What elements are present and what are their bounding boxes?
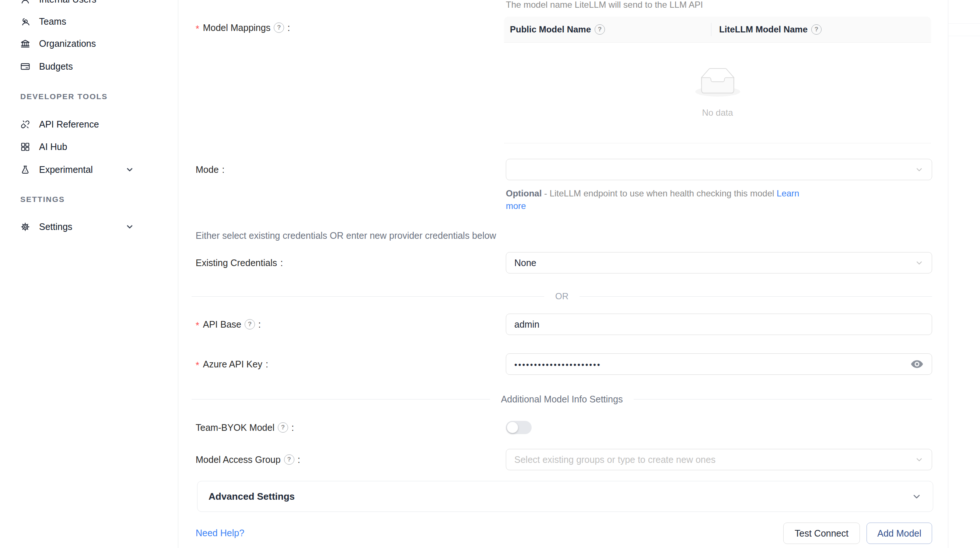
sidebar-item-organizations[interactable]: Organizations <box>0 33 169 54</box>
faint-row-line <box>948 23 980 24</box>
sidebar-item-label: Budgets <box>39 61 73 72</box>
sidebar-item-settings[interactable]: Settings <box>0 216 169 237</box>
chevron-down-icon <box>912 491 922 502</box>
test-connect-button[interactable]: Test Connect <box>783 523 860 544</box>
eye-icon[interactable] <box>910 358 924 370</box>
required-asterisk: * <box>196 24 199 34</box>
user-icon <box>20 0 30 5</box>
help-question-icon[interactable]: ? <box>278 422 288 433</box>
learn-more-link[interactable]: more <box>506 201 526 211</box>
table-header: Public Model Name ? LiteLLM Model Name ? <box>504 17 931 43</box>
team-byok-label: Team-BYOK Model ? : <box>196 417 294 438</box>
chevron-down-icon <box>915 165 924 174</box>
empty-state: No data <box>695 68 740 118</box>
api-base-input[interactable]: admin <box>506 314 932 335</box>
advanced-settings-title: Advanced Settings <box>208 491 295 502</box>
sidebar-section-developer-tools: DEVELOPER TOOLS <box>20 92 108 101</box>
empty-box-icon <box>695 68 740 97</box>
grid-icon <box>20 142 30 152</box>
sidebar-item-label: Settings <box>39 221 72 232</box>
required-asterisk: * <box>196 320 199 331</box>
existing-credentials-select[interactable]: None <box>506 252 932 274</box>
learn-more-link[interactable]: Learn <box>776 188 799 198</box>
flask-icon <box>20 165 30 175</box>
sidebar-item-budgets[interactable]: Budgets <box>0 56 169 77</box>
column-litellm-model-name: LiteLLM Model Name ? <box>711 24 931 35</box>
users-icon <box>20 17 30 27</box>
credentials-note: Either select existing credentials OR en… <box>196 229 496 242</box>
sidebar-section-settings: SETTINGS <box>20 195 65 204</box>
existing-credentials-value: None <box>514 258 536 268</box>
api-base-value: admin <box>514 319 539 330</box>
chevron-down-icon <box>125 222 134 231</box>
advanced-settings-panel[interactable]: Advanced Settings <box>197 481 933 512</box>
or-divider: OR <box>192 291 932 302</box>
sidebar-item-label: Experimental <box>39 164 93 175</box>
sidebar-item-label: Organizations <box>39 38 96 49</box>
mode-helper-text: Optional - LiteLLM endpoint to use when … <box>506 187 830 212</box>
chevron-down-icon <box>915 258 924 267</box>
toggle-knob <box>507 422 518 433</box>
help-question-icon[interactable]: ? <box>595 24 605 35</box>
sidebar-item-teams[interactable]: Teams <box>0 11 169 32</box>
right-panel-divider <box>948 0 948 548</box>
help-question-icon[interactable]: ? <box>274 22 284 33</box>
model-mappings-table: Public Model Name ? LiteLLM Model Name ? <box>504 17 931 143</box>
help-question-icon[interactable]: ? <box>811 24 822 35</box>
sidebar: Internal Users Teams Organizations Budge… <box>0 0 178 548</box>
team-byok-toggle[interactable] <box>506 421 531 434</box>
sidebar-item-label: API Reference <box>39 119 99 130</box>
column-public-model-name: Public Model Name ? <box>504 24 711 35</box>
mode-select[interactable] <box>506 159 932 180</box>
model-access-group-placeholder: Select existing groups or type to create… <box>514 454 716 465</box>
sidebar-item-label: Internal Users <box>39 0 97 5</box>
sidebar-item-label: AI Hub <box>39 142 67 152</box>
existing-credentials-label: Existing Credentials : <box>196 252 283 274</box>
azure-api-key-label: * Azure API Key : <box>196 354 268 375</box>
additional-settings-divider: Additional Model Info Settings <box>192 393 932 405</box>
sidebar-item-internal-users[interactable]: Internal Users <box>0 0 169 10</box>
table-empty-body: No data <box>504 43 931 143</box>
sidebar-item-experimental[interactable]: Experimental <box>0 159 169 180</box>
required-asterisk: * <box>196 360 199 371</box>
azure-api-key-input[interactable]: •••••••••••••••••••••• <box>506 354 932 375</box>
sidebar-item-label: Teams <box>39 16 66 27</box>
gear-icon <box>20 222 30 232</box>
masked-api-key: •••••••••••••••••••••• <box>514 360 601 370</box>
chevron-down-icon <box>915 455 924 464</box>
model-access-group-label: Model Access Group ? : <box>196 449 300 470</box>
model-name-helper-text: The model name LiteLLM will send to the … <box>506 0 703 11</box>
add-model-button[interactable]: Add Model <box>867 523 932 544</box>
model-access-group-select[interactable]: Select existing groups or type to create… <box>506 449 932 470</box>
no-data-text: No data <box>695 108 740 118</box>
mode-label: Mode : <box>196 159 225 180</box>
api-base-label: * API Base ? : <box>196 314 261 335</box>
model-mappings-label: * Model Mappings ? : <box>196 17 290 38</box>
need-help-link[interactable]: Need Help? <box>196 528 244 538</box>
api-plug-icon <box>20 119 30 129</box>
credit-card-icon <box>20 62 30 72</box>
help-question-icon[interactable]: ? <box>245 319 255 330</box>
help-question-icon[interactable]: ? <box>284 454 294 465</box>
faint-row-line <box>948 36 980 36</box>
sidebar-item-api-reference[interactable]: API Reference <box>0 113 169 135</box>
sidebar-item-ai-hub[interactable]: AI Hub <box>0 136 169 158</box>
bank-icon <box>20 39 30 49</box>
add-model-page: Internal Users Teams Organizations Budge… <box>0 0 980 548</box>
chevron-down-icon <box>125 165 134 174</box>
